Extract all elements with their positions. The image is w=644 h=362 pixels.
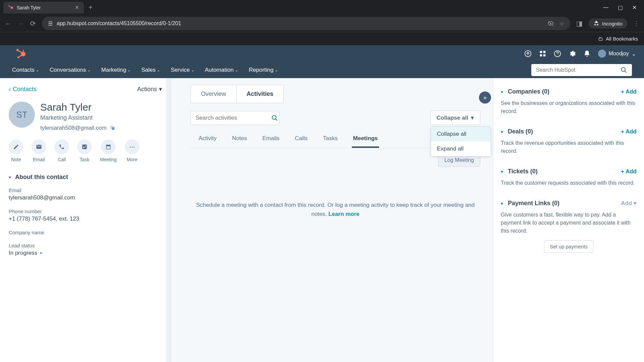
bookmark-star-icon[interactable]: ☆ (559, 20, 564, 27)
url-bar: ← → ⟳ ☰ app.hubspot.com/contacts/4510550… (0, 15, 644, 32)
email-field[interactable]: Email tylersarah508@gmail.com (9, 187, 162, 201)
chevron-down-icon[interactable]: ▾ (501, 89, 503, 95)
chevron-left-icon: ‹ (9, 86, 11, 93)
sub-tab-emails[interactable]: Emails (261, 130, 281, 148)
new-tab-button[interactable]: + (89, 4, 93, 11)
sub-tab-calls[interactable]: Calls (293, 130, 309, 148)
phone-field[interactable]: Phone number +1 (778) 767-5454, ext. 123 (9, 208, 162, 222)
associations-sidebar: ▾Companies (0) + Add See the businesses … (493, 78, 644, 362)
svg-point-12 (622, 68, 626, 72)
tab-bar: Sarah Tyler ✕ + — ▢ ✕ (0, 0, 644, 15)
chevron-down-icon: ⌄ (191, 68, 194, 72)
nav-sales[interactable]: Sales⌄ (141, 67, 160, 73)
more-button[interactable]: ⋯More (125, 139, 140, 162)
caret-down-icon: ▾ (471, 114, 474, 121)
nav-automation[interactable]: Automation⌄ (205, 67, 238, 73)
address-bar[interactable]: ☰ app.hubspot.com/contacts/45105500/reco… (42, 17, 570, 30)
incognito-icon (593, 20, 599, 26)
all-bookmarks-link[interactable]: 🗀 All Bookmarks (598, 36, 638, 42)
close-tab-icon[interactable]: ✕ (75, 4, 79, 11)
collapse-all-button[interactable]: Collapse all ▾ Collapse all Expand all (430, 111, 480, 125)
add-deal-button[interactable]: + Add (621, 128, 637, 135)
close-window-icon[interactable]: ✕ (632, 4, 637, 11)
help-icon[interactable] (554, 50, 561, 57)
company-field[interactable]: Company name (9, 230, 162, 235)
reload-icon[interactable]: ⟳ (30, 19, 36, 27)
chevron-down-icon: ⌄ (632, 51, 636, 57)
sub-tab-activity[interactable]: Activity (197, 130, 218, 148)
caret-down-icon: ▾ (40, 251, 42, 255)
collapse-dropdown: Collapse all Expand all (431, 126, 491, 157)
tab-activities[interactable]: Activities (236, 85, 283, 103)
copy-icon[interactable] (110, 125, 115, 131)
search-icon[interactable] (271, 115, 278, 121)
about-section-header[interactable]: ▾ About this contact (9, 174, 162, 181)
svg-rect-7 (540, 51, 542, 53)
email-button[interactable]: Email (32, 139, 46, 162)
svg-rect-8 (543, 51, 545, 53)
global-search[interactable] (531, 64, 632, 76)
notifications-bell-icon[interactable] (583, 50, 591, 57)
hubspot-logo-icon[interactable] (16, 49, 26, 59)
tab-overview[interactable]: Overview (191, 85, 236, 103)
nav-contacts[interactable]: Contacts⌄ (12, 67, 39, 73)
side-panel-icon[interactable]: ◨ (576, 19, 583, 27)
sub-tab-notes[interactable]: Notes (231, 130, 248, 148)
chevron-down-icon[interactable]: ▾ (501, 201, 503, 206)
chevron-down-icon: ⌄ (157, 68, 160, 72)
nav-reporting[interactable]: Reporting⌄ (249, 67, 278, 73)
add-company-button[interactable]: + Add (621, 88, 637, 95)
svg-point-4 (17, 57, 19, 59)
chevron-down-icon: ⌄ (275, 68, 278, 72)
svg-rect-13 (112, 127, 114, 130)
sub-tab-tasks[interactable]: Tasks (322, 130, 339, 148)
collapse-panel-button[interactable]: » (479, 92, 491, 104)
contact-sidebar: ‹ Contacts Actions ▾ ST Sarah Tyler Mark… (0, 78, 171, 362)
contact-avatar: ST (9, 102, 35, 128)
user-menu[interactable]: Moodjoy ⌄ (598, 50, 636, 58)
browser-tab[interactable]: Sarah Tyler ✕ (3, 2, 84, 13)
chevron-down-icon[interactable]: ▾ (501, 129, 503, 134)
chevron-down-icon[interactable]: ▾ (501, 169, 503, 174)
global-search-input[interactable] (536, 67, 621, 73)
add-ticket-button[interactable]: + Add (621, 168, 637, 175)
upgrade-icon[interactable] (524, 50, 532, 57)
maximize-icon[interactable]: ▢ (618, 4, 623, 11)
incognito-badge[interactable]: Incognito (589, 18, 627, 28)
search-activities[interactable] (191, 111, 279, 125)
lead-status-field[interactable]: Lead status In progress▾ (9, 243, 162, 256)
nav-marketing[interactable]: Marketing⌄ (101, 67, 131, 73)
setup-payments-button[interactable]: Set up payments (544, 240, 593, 253)
minimize-icon[interactable]: — (603, 4, 608, 11)
contact-name: Sarah Tyler (40, 102, 115, 113)
note-button[interactable]: Note (9, 139, 23, 162)
header-icons: Moodjoy ⌄ (524, 50, 636, 58)
chevron-down-icon: ⌄ (88, 68, 91, 72)
dropdown-collapse-all[interactable]: Collapse all (431, 127, 491, 141)
site-info-icon[interactable]: ☰ (48, 20, 53, 27)
nav-conversations[interactable]: Conversations⌄ (50, 67, 91, 73)
call-button[interactable]: Call (54, 139, 69, 162)
chevron-down-icon: ⌄ (127, 68, 130, 72)
meeting-button[interactable]: Meeting (100, 139, 117, 162)
learn-more-link[interactable]: Learn more (328, 211, 360, 217)
task-button[interactable]: Task (77, 139, 92, 162)
hubspot-app: Moodjoy ⌄ Contacts⌄ Conversations⌄ Marke… (0, 45, 644, 362)
settings-gear-icon[interactable] (569, 50, 576, 57)
contact-header: ST Sarah Tyler Marketing Assistant tyler… (9, 102, 162, 131)
contact-action-buttons: Note Email Call Task Meeting ⋯More (9, 139, 162, 162)
browser-menu-icon[interactable]: ⋮ (633, 20, 639, 27)
back-to-contacts-link[interactable]: ‹ Contacts (9, 86, 37, 93)
visibility-off-icon[interactable] (547, 20, 554, 27)
search-activities-input[interactable] (196, 115, 267, 121)
payment-links-card: ▾Payment Links (0) Add ▾ Give customers … (501, 195, 637, 261)
back-icon[interactable]: ← (5, 20, 11, 27)
search-icon[interactable] (621, 67, 627, 73)
sub-tab-meetings[interactable]: Meetings (352, 130, 379, 148)
dropdown-expand-all[interactable]: Expand all (431, 141, 491, 156)
nav-service[interactable]: Service⌄ (171, 67, 194, 73)
actions-button[interactable]: Actions ▾ (137, 85, 162, 93)
add-payment-link-button[interactable]: Add ▾ (621, 200, 637, 207)
folder-icon: 🗀 (598, 36, 603, 42)
marketplace-icon[interactable] (539, 50, 546, 57)
